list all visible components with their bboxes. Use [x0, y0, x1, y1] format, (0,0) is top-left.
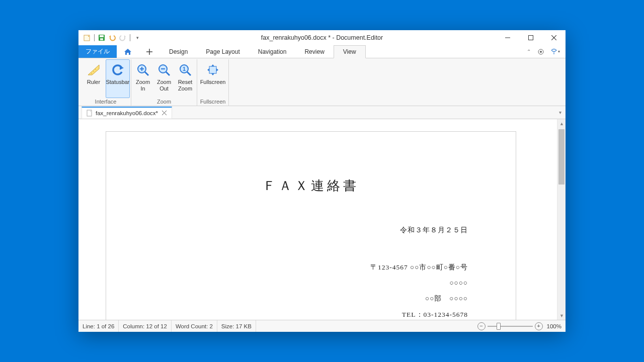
window-title: fax_renrakuhyo06.docx * - Document.Edito…: [78, 34, 566, 41]
redo-icon[interactable]: [118, 33, 127, 42]
ribbon-panel: Ruler Statusbar Interface Zoom In Zoom O…: [78, 58, 566, 106]
reset-zoom-icon: 1: [177, 62, 193, 78]
tab-navigation[interactable]: Navigation: [249, 45, 296, 58]
zoom-out-status-button[interactable]: −: [477, 322, 486, 330]
document-tab-label: fax_renrakuhyo06.docx*: [96, 110, 158, 116]
statusbar-refresh-icon: [110, 62, 126, 78]
svg-point-12: [540, 51, 542, 53]
ribbon-group-zoom: Zoom In Zoom Out 1 Reset Zoom Zoom: [131, 59, 197, 106]
close-button[interactable]: [542, 30, 566, 45]
save-icon[interactable]: [97, 33, 106, 42]
zoom-out-button[interactable]: Zoom Out: [153, 59, 175, 98]
group-label-fullscreen: Fullscreen: [198, 98, 227, 106]
document-icon: [86, 110, 93, 117]
plus-icon: [146, 48, 153, 55]
document-heading: ＦＡＸ連絡書: [154, 177, 468, 195]
new-document-icon[interactable]: [83, 33, 92, 42]
fullscreen-icon: [205, 62, 221, 78]
collapse-ribbon-icon[interactable]: ⌃: [524, 47, 533, 56]
quick-access-toolbar: ▾: [78, 33, 142, 42]
svg-line-19: [145, 72, 148, 75]
zoom-out-label: Zoom Out: [157, 79, 171, 92]
scroll-down-icon[interactable]: ▼: [557, 311, 566, 320]
close-icon: [162, 111, 167, 115]
statusbar: Line: 1 of 26 Column: 12 of 12 Word Coun…: [78, 320, 566, 332]
ribbon-tab-strip: ファイル Design Page Layout Navigation Revie…: [78, 45, 566, 58]
tab-list-dropdown-icon[interactable]: ▾: [559, 110, 566, 115]
ruler-button[interactable]: Ruler: [82, 59, 106, 98]
zoom-slider[interactable]: [488, 326, 533, 327]
zoom-in-icon: [135, 62, 151, 78]
tab-insert[interactable]: [139, 45, 160, 58]
fullscreen-label: Fullscreen: [200, 79, 226, 85]
help-icon[interactable]: ▾: [548, 47, 561, 56]
minimize-button[interactable]: [496, 30, 519, 45]
svg-rect-6: [529, 36, 533, 40]
reset-zoom-button[interactable]: 1 Reset Zoom: [175, 59, 196, 98]
svg-rect-4: [100, 38, 103, 40]
svg-line-23: [166, 72, 170, 75]
document-company: ○○○○: [154, 279, 468, 287]
slider-thumb[interactable]: [497, 323, 501, 330]
tab-review[interactable]: Review: [295, 45, 333, 58]
document-page: ＦＡＸ連絡書 令和３年８月２５日 〒123-4567 ○○市○○町○番○号 ○○…: [106, 131, 516, 320]
tab-design[interactable]: Design: [160, 45, 197, 58]
document-address: 〒123-4567 ○○市○○町○番○号: [154, 263, 468, 272]
document-tab[interactable]: fax_renrakuhyo06.docx*: [82, 107, 172, 119]
zoom-level: 100%: [547, 323, 561, 329]
ruler-label: Ruler: [87, 79, 100, 85]
content-area: ＦＡＸ連絡書 令和３年８月２５日 〒123-4567 ○○市○○町○番○号 ○○…: [78, 119, 566, 320]
scroll-up-icon[interactable]: ▲: [557, 119, 566, 128]
tab-view[interactable]: View: [334, 45, 366, 58]
document-tab-strip: fax_renrakuhyo06.docx* ▾: [78, 106, 566, 119]
separator: [130, 34, 130, 41]
svg-marker-13: [88, 65, 99, 75]
zoom-controls: − + 100%: [477, 322, 566, 330]
slider-track: [488, 326, 533, 327]
ribbon-group-fullscreen: Fullscreen Fullscreen: [197, 59, 229, 106]
statusbar-label: Statusbar: [106, 79, 129, 85]
document-date: 令和３年８月２５日: [154, 226, 468, 235]
status-line: Line: 1 of 26: [78, 320, 119, 332]
zoom-in-status-button[interactable]: +: [535, 322, 543, 330]
ribbon-right-controls: ⌃ ▾: [524, 45, 566, 58]
reset-zoom-label: Reset Zoom: [178, 79, 193, 92]
window-controls: [496, 30, 566, 45]
svg-text:1: 1: [183, 66, 186, 72]
group-label-zoom: Zoom: [132, 98, 196, 106]
status-word-count: Word Count: 2: [172, 320, 217, 332]
scroll-thumb[interactable]: [558, 129, 565, 185]
maximize-button[interactable]: [519, 30, 542, 45]
close-tab-button[interactable]: [160, 110, 168, 117]
svg-rect-28: [209, 66, 216, 73]
ruler-icon: [86, 62, 102, 78]
titlebar: ▾ fax_renrakuhyo06.docx * - Document.Edi…: [78, 30, 566, 45]
group-label-interface: Interface: [82, 98, 130, 106]
tab-page-layout[interactable]: Page Layout: [197, 45, 249, 58]
settings-icon[interactable]: [536, 47, 545, 56]
zoom-in-button[interactable]: Zoom In: [132, 59, 153, 98]
ribbon-group-interface: Ruler Statusbar Interface: [80, 59, 131, 106]
tab-home[interactable]: [117, 45, 139, 58]
application-window: ▾ fax_renrakuhyo06.docx * - Document.Edi…: [78, 30, 566, 332]
qat-dropdown-icon[interactable]: ▾: [133, 33, 142, 42]
svg-line-26: [187, 72, 191, 75]
fullscreen-button[interactable]: Fullscreen: [198, 59, 227, 98]
status-column: Column: 12 of 12: [119, 320, 172, 332]
zoom-out-icon: [156, 62, 172, 78]
document-tel: TEL：03-1234-5678: [154, 310, 468, 319]
undo-icon[interactable]: [108, 33, 117, 42]
statusbar-button[interactable]: Statusbar: [106, 59, 130, 98]
vertical-scrollbar[interactable]: ▲ ▼: [557, 119, 566, 320]
zoom-in-label: Zoom In: [136, 79, 150, 92]
home-icon: [124, 48, 132, 55]
tab-file[interactable]: ファイル: [78, 45, 117, 58]
status-size: Size: 17 KB: [217, 320, 256, 332]
separator: [94, 34, 95, 41]
document-viewport[interactable]: ＦＡＸ連絡書 令和３年８月２５日 〒123-4567 ○○市○○町○番○号 ○○…: [78, 119, 557, 320]
document-department: ○○部 ○○○○: [154, 294, 468, 303]
svg-rect-3: [100, 35, 104, 37]
